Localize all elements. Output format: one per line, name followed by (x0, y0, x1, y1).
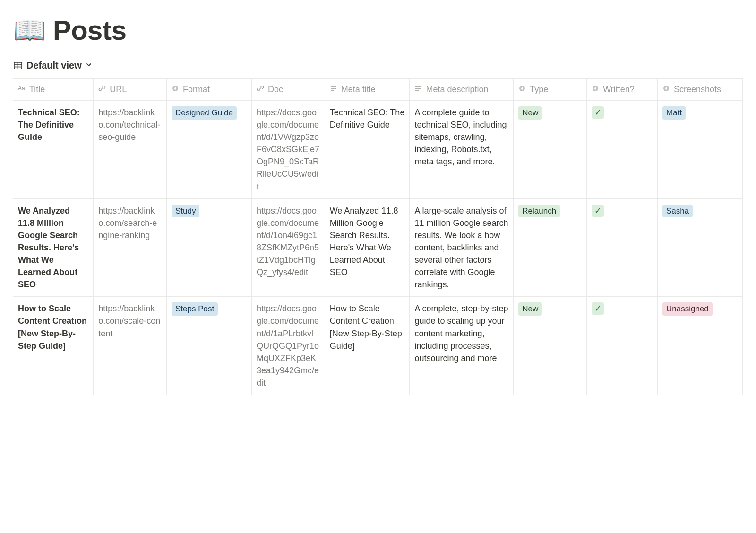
cell-doc[interactable]: https://docs.google.com/document/d/1on4i… (251, 198, 325, 297)
cell-written[interactable]: ✓ (587, 198, 658, 297)
col-header-label: Type (530, 85, 548, 95)
cell-title[interactable]: How to Scale Content Creation [New Step-… (13, 297, 94, 395)
svg-text:Aa: Aa (18, 85, 25, 92)
text-property-icon (330, 85, 337, 95)
cell-type[interactable]: Relaunch (514, 198, 587, 297)
table-row[interactable]: How to Scale Content Creation [New Step-… (13, 297, 743, 395)
cell-format[interactable]: Steps Post (166, 297, 251, 395)
cell-meta-title[interactable]: Technical SEO: The Definitive Guide (325, 101, 410, 199)
cell-written[interactable]: ✓ (587, 297, 658, 395)
cell-meta-description[interactable]: A complete, step-by-step guide to scalin… (410, 297, 514, 395)
type-tag: New (518, 106, 542, 120)
link-icon (257, 85, 264, 95)
cell-format[interactable]: Study (166, 198, 251, 297)
col-header-title[interactable]: Aa Title (13, 79, 94, 101)
check-icon: ✓ (592, 106, 604, 119)
cell-title[interactable]: We Analyzed 11.8 Million Google Search R… (13, 198, 94, 297)
cell-screenshots[interactable]: Matt (658, 101, 743, 199)
cell-meta-description[interactable]: A complete guide to technical SEO, inclu… (410, 101, 514, 199)
select-property-icon (172, 85, 179, 95)
posts-table: Aa Title URL (13, 78, 743, 395)
col-header-url[interactable]: URL (94, 79, 167, 101)
svg-rect-0 (14, 62, 22, 69)
cell-format[interactable]: Designed Guide (166, 101, 251, 199)
chevron-down-icon (86, 61, 92, 70)
format-tag: Study (172, 205, 199, 218)
cell-url[interactable]: https://backlinko.com/search-engine-rank… (94, 198, 167, 297)
col-header-doc[interactable]: Doc (251, 79, 325, 101)
col-header-label: Written? (603, 85, 635, 95)
table-view-icon (13, 61, 23, 70)
col-header-label: Meta title (341, 85, 376, 95)
cell-screenshots[interactable]: Unassigned (658, 297, 743, 395)
format-tag: Steps Post (172, 302, 218, 316)
cell-type[interactable]: New (514, 101, 587, 199)
cell-meta-title[interactable]: How to Scale Content Creation [New Step-… (325, 297, 410, 395)
table-header-row: Aa Title URL (13, 79, 743, 101)
page-title: Posts (53, 14, 126, 46)
col-header-label: Doc (268, 85, 283, 95)
screenshots-tag: Unassigned (662, 302, 713, 316)
format-tag: Designed Guide (172, 106, 237, 120)
col-header-type[interactable]: Type (514, 79, 587, 101)
col-header-label: Format (183, 85, 210, 95)
view-label: Default view (26, 60, 82, 71)
link-icon (98, 85, 106, 95)
check-icon: ✓ (592, 205, 604, 217)
cell-url[interactable]: https://backlinko.com/scale-content (94, 297, 167, 395)
select-property-icon (518, 85, 526, 95)
select-property-icon (592, 85, 599, 95)
col-header-meta-title[interactable]: Meta title (325, 79, 410, 101)
table-body: Technical SEO: The Definitive Guide http… (13, 101, 743, 395)
type-tag: New (518, 302, 542, 316)
check-icon: ✓ (592, 302, 604, 315)
page-header: 📖 Posts (13, 14, 743, 46)
select-property-icon (662, 85, 670, 95)
col-header-label: Screenshots (674, 85, 721, 95)
cell-url[interactable]: https://backlinko.com/technical-seo-guid… (94, 101, 167, 199)
col-header-meta-description[interactable]: Meta description (410, 79, 514, 101)
cell-title[interactable]: Technical SEO: The Definitive Guide (13, 101, 94, 199)
text-property-icon (414, 85, 422, 95)
page-root: 📖 Posts Default view Aa (0, 0, 756, 395)
cell-written[interactable]: ✓ (587, 101, 658, 199)
cell-screenshots[interactable]: Sasha (658, 198, 743, 297)
page-icon: 📖 (13, 17, 46, 43)
cell-meta-title[interactable]: We Analyzed 11.8 Million Google Search R… (325, 198, 410, 297)
col-header-format[interactable]: Format (166, 79, 251, 101)
type-tag: Relaunch (518, 205, 560, 218)
cell-doc[interactable]: https://docs.google.com/document/d/1aPLr… (251, 297, 325, 395)
screenshots-tag: Sasha (662, 205, 693, 218)
col-header-label: Title (29, 85, 45, 95)
col-header-screenshots[interactable]: Screenshots (658, 79, 743, 101)
screenshots-tag: Matt (662, 106, 686, 120)
cell-type[interactable]: New (514, 297, 587, 395)
cell-doc[interactable]: https://docs.google.com/document/d/1VWgz… (251, 101, 325, 199)
view-selector[interactable]: Default view (13, 60, 743, 71)
table-row[interactable]: We Analyzed 11.8 Million Google Search R… (13, 198, 743, 297)
cell-meta-description[interactable]: A large-scale analysis of 11 million Goo… (410, 198, 514, 297)
title-property-icon: Aa (18, 85, 26, 95)
table-row[interactable]: Technical SEO: The Definitive Guide http… (13, 101, 743, 199)
col-header-label: URL (110, 85, 127, 95)
col-header-written[interactable]: Written? (587, 79, 658, 101)
col-header-label: Meta description (426, 85, 488, 95)
